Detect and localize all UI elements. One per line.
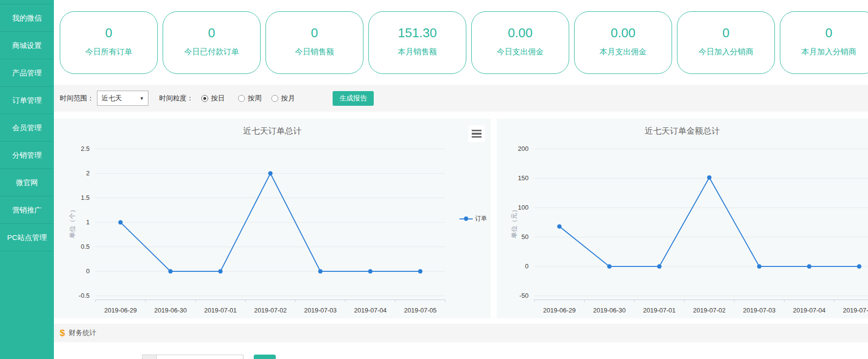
- sidebar-item-distribution-mgmt[interactable]: 分销管理: [0, 142, 54, 169]
- stat-label: 今日支出佣金: [472, 47, 569, 57]
- time-range-label: 时间范围：: [60, 94, 94, 103]
- orders-chart-title: 近七天订单总计: [54, 125, 491, 137]
- radio-dot-icon: [271, 95, 278, 102]
- stat-card-month-commission: 0.00 本月支出佣金: [574, 11, 672, 74]
- stat-card-today-paid-orders: 0 今日已付款订单: [163, 11, 261, 74]
- menu-bar: [472, 130, 482, 132]
- stat-value: 0: [677, 25, 774, 41]
- sidebar-item-my-wechat[interactable]: 我的微信: [0, 4, 54, 32]
- svg-text:2019-07-03: 2019-07-03: [743, 307, 776, 314]
- time-range-select[interactable]: 近七天 ▼: [97, 91, 148, 106]
- svg-text:2019-07-04: 2019-07-04: [793, 307, 826, 314]
- granularity-label: 时间粒度：: [159, 94, 193, 103]
- finance-section-header: $ 财务统计: [54, 324, 868, 342]
- radio-dot-icon: [238, 95, 245, 102]
- svg-text:-50: -50: [519, 292, 529, 299]
- sidebar: 我的微信 商城设置 产品管理 订单管理 会员管理 分销管理 微官网 营销推广 P…: [0, 0, 54, 359]
- order-amount-chart-title: 近七天订单金额总计: [497, 125, 868, 137]
- finance-section-title: 财务统计: [69, 329, 96, 337]
- generate-report-button[interactable]: 生成报告: [333, 91, 374, 106]
- radio-by-week[interactable]: 按周: [238, 94, 262, 103]
- sidebar-item-order-mgmt[interactable]: 订单管理: [0, 87, 54, 114]
- stat-value: 0: [266, 25, 363, 41]
- sidebar-item-member-mgmt[interactable]: 会员管理: [0, 114, 54, 142]
- svg-text:2019-07-05: 2019-07-05: [404, 307, 437, 314]
- sidebar-item-micro-site[interactable]: 微官网: [0, 169, 54, 196]
- radio-label: 按月: [281, 94, 295, 103]
- radio-dot-icon: [201, 95, 208, 102]
- svg-text:2: 2: [86, 169, 90, 177]
- svg-text:单位（个）: 单位（个）: [69, 207, 76, 239]
- svg-text:2019-06-30: 2019-06-30: [593, 307, 626, 314]
- svg-text:单位（元）: 单位（元）: [510, 207, 518, 239]
- svg-text:2019-07-02: 2019-07-02: [693, 307, 726, 314]
- svg-text:200: 200: [518, 145, 529, 152]
- sidebar-item-product-mgmt[interactable]: 产品管理: [0, 59, 54, 87]
- svg-text:1: 1: [86, 218, 90, 226]
- radio-by-month[interactable]: 按月: [271, 94, 295, 103]
- radio-label: 按日: [211, 94, 225, 103]
- legend-line-icon: [459, 218, 464, 219]
- svg-text:2019-06-29: 2019-06-29: [104, 307, 137, 314]
- chevron-down-icon: ▼: [140, 96, 144, 101]
- submit-button[interactable]: [254, 355, 276, 359]
- stat-value: 0: [780, 25, 868, 41]
- stat-value: 0.00: [575, 25, 672, 41]
- stat-card-today-sales: 0 今日销售额: [265, 11, 363, 74]
- stat-label: 今日加入分销商: [677, 47, 774, 57]
- svg-text:0: 0: [525, 263, 529, 270]
- sidebar-item-marketing[interactable]: 营销推广: [0, 196, 54, 224]
- svg-text:2019-07-05: 2019-07-05: [843, 307, 868, 314]
- svg-text:1.5: 1.5: [81, 194, 90, 201]
- time-range-value: 近七天: [101, 94, 122, 103]
- dashboard-page: 我的微信 商城设置 产品管理 订单管理 会员管理 分销管理 微官网 营销推广 P…: [0, 0, 868, 359]
- stat-card-today-distributors: 0 今日加入分销商: [677, 11, 775, 74]
- stat-label: 今日所有订单: [60, 47, 157, 57]
- svg-text:50: 50: [522, 233, 529, 240]
- svg-text:2019-06-30: 2019-06-30: [154, 307, 187, 314]
- order-amount-chart-panel: 近七天订单金额总计 200150100500-502019-06-292019-…: [497, 119, 868, 318]
- sidebar-item-shop-settings[interactable]: 商城设置: [0, 32, 54, 59]
- text-input[interactable]: [156, 355, 243, 359]
- orders-chart-panel: 近七天订单总计 2.521.510.50-0.52019-06-292019-0…: [54, 119, 491, 318]
- stat-label: 本月支出佣金: [575, 47, 672, 57]
- order-amount-chart-svg: 200150100500-502019-06-292019-06-302019-…: [497, 141, 868, 318]
- svg-text:2019-06-29: 2019-06-29: [543, 307, 576, 314]
- stat-value: 0: [163, 25, 260, 41]
- svg-text:100: 100: [518, 204, 529, 211]
- svg-text:2019-07-03: 2019-07-03: [304, 307, 337, 314]
- stat-value: 0.00: [472, 25, 569, 41]
- svg-text:-0.5: -0.5: [79, 292, 90, 299]
- svg-text:0.5: 0.5: [81, 243, 90, 250]
- radio-label: 按周: [248, 94, 262, 103]
- radio-by-day[interactable]: 按日: [201, 94, 225, 103]
- svg-text:0: 0: [86, 267, 90, 275]
- stat-card-today-commission: 0.00 今日支出佣金: [471, 11, 569, 74]
- svg-text:2019-07-01: 2019-07-01: [204, 307, 237, 314]
- stat-label: 今日销售额: [266, 47, 363, 57]
- legend-line-icon: [468, 218, 473, 219]
- orders-chart-svg: 2.521.510.50-0.52019-06-292019-06-302019…: [54, 141, 491, 318]
- stat-label: 本月加入分销商: [780, 47, 868, 57]
- menu-bar: [472, 136, 482, 138]
- legend-orders[interactable]: 订单: [459, 215, 487, 223]
- legend-dot-icon: [464, 216, 468, 221]
- stat-value: 0: [60, 25, 157, 41]
- filter-bar: 时间范围： 近七天 ▼ 时间粒度： 按日 按周 按月 生成报告: [54, 85, 868, 112]
- svg-text:150: 150: [518, 174, 529, 182]
- svg-text:2019-07-02: 2019-07-02: [254, 307, 287, 314]
- hamburger-menu-icon[interactable]: [468, 125, 485, 142]
- stat-label: 今日已付款订单: [163, 47, 260, 57]
- svg-text:2019-07-04: 2019-07-04: [354, 307, 387, 314]
- menu-bar: [472, 133, 482, 135]
- stat-value: 151.30: [369, 25, 466, 41]
- stat-cards-row: 0 今日所有订单 0 今日已付款订单 0 今日销售额 151.30 本月销售额 …: [60, 11, 868, 74]
- svg-text:2019-07-01: 2019-07-01: [643, 307, 676, 314]
- stat-card-month-distributors: 0 本月加入分销商: [780, 11, 868, 74]
- svg-text:2.5: 2.5: [81, 145, 90, 152]
- sidebar-item-pc-site-mgmt[interactable]: PC站点管理: [0, 224, 54, 251]
- input-addon: [142, 355, 157, 359]
- sidebar-item-partial[interactable]: [0, 0, 54, 4]
- stat-card-month-sales: 151.30 本月销售额: [368, 11, 466, 74]
- dollar-icon: $: [60, 328, 65, 338]
